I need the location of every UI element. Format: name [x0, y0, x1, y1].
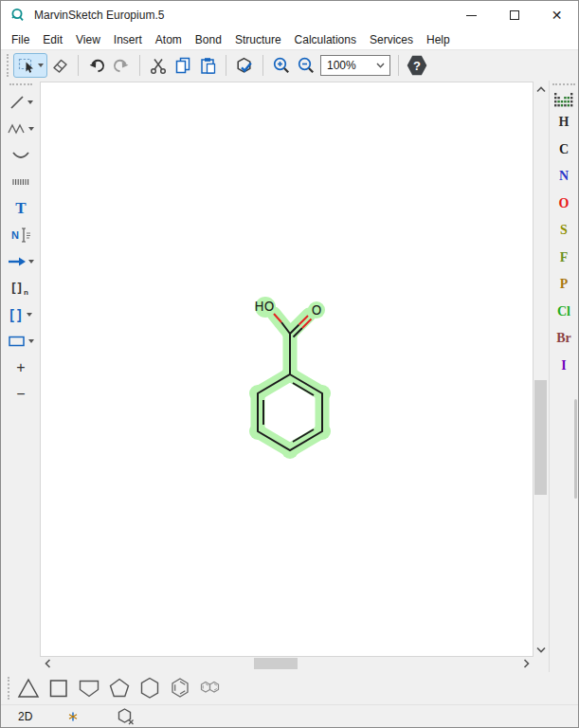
text-cursor-icon — [19, 227, 30, 244]
menu-structure[interactable]: Structure — [228, 30, 288, 49]
decrease-charge-button[interactable]: − — [3, 381, 39, 408]
structure-checker-status[interactable] — [116, 707, 136, 726]
scroll-up-button[interactable] — [534, 82, 548, 96]
close-button[interactable]: ✕ — [535, 1, 578, 29]
bracket-tool-button[interactable]: [] — [3, 301, 39, 328]
template-naphthalene-button[interactable] — [196, 674, 225, 702]
name-import-tool-button[interactable]: N — [3, 222, 39, 248]
menu-atom[interactable]: Atom — [149, 30, 189, 49]
chain-tool-dropdown-icon — [28, 127, 34, 131]
rectangle-graphics-tool-button[interactable] — [3, 328, 39, 355]
menu-edit[interactable]: Edit — [36, 30, 69, 49]
modified-indicator[interactable] — [68, 712, 78, 721]
rectangle-tool-dropdown-icon — [28, 339, 34, 343]
element-i-button[interactable]: I — [550, 353, 578, 380]
increase-charge-button[interactable]: + — [3, 355, 39, 381]
template-cyclobutane-button[interactable] — [45, 674, 73, 702]
element-h-label: H — [559, 115, 570, 130]
undo-button[interactable] — [84, 53, 109, 78]
structure-check-button[interactable] — [232, 53, 257, 78]
paste-button[interactable] — [195, 53, 220, 78]
minus-icon: − — [16, 386, 25, 403]
element-h-button[interactable]: H — [550, 109, 578, 136]
selection-tool-button[interactable] — [13, 53, 47, 78]
element-f-label: F — [560, 250, 569, 265]
help-button[interactable]: ? — [407, 55, 427, 76]
menu-services[interactable]: Services — [363, 30, 420, 49]
element-o-button[interactable]: O — [550, 191, 578, 218]
zoom-level-select[interactable]: 100% — [320, 55, 390, 76]
toolbar-separator — [139, 55, 140, 76]
reaction-arrow-tool-button[interactable] — [3, 248, 39, 275]
element-br-label: Br — [556, 331, 571, 346]
menu-bond[interactable]: Bond — [189, 30, 228, 49]
scroll-left-button[interactable] — [41, 657, 54, 670]
eraser-icon — [50, 56, 69, 75]
drawing-canvas[interactable]: HO O — [41, 82, 533, 656]
menu-calculations[interactable]: Calculations — [288, 30, 363, 49]
help-icon: ? — [413, 59, 421, 73]
eraser-button[interactable] — [47, 53, 72, 78]
carbonyl-oxygen-label: O — [312, 302, 322, 318]
canvas-vertical-scrollbar[interactable] — [534, 82, 548, 656]
marvinsketch-logo-icon — [10, 8, 26, 23]
menu-insert[interactable]: Insert — [107, 30, 149, 49]
zoom-out-button[interactable] — [294, 53, 318, 78]
menu-file[interactable]: File — [5, 30, 36, 49]
repeating-group-tool-button[interactable]: []n — [3, 275, 39, 301]
template-toolbar-grip[interactable] — [8, 677, 11, 700]
canvas-horizontal-scrollbar[interactable] — [41, 657, 533, 670]
element-p-button[interactable]: P — [550, 271, 578, 299]
horizontal-scroll-thumb[interactable] — [254, 658, 298, 669]
chevron-down-icon — [536, 646, 546, 653]
scroll-right-button[interactable] — [519, 657, 533, 670]
multicenter-tool-button[interactable] — [3, 169, 39, 195]
menu-view[interactable]: View — [69, 30, 107, 49]
element-palette: H C N O S F P Cl Br I — [549, 81, 578, 672]
element-palette-scroll-thumb[interactable] — [574, 399, 577, 499]
close-icon: ✕ — [552, 9, 563, 22]
bond-tool-button[interactable] — [3, 89, 39, 116]
status-bar: 2D — [1, 704, 578, 727]
element-c-button[interactable]: C — [550, 136, 578, 164]
maximize-button[interactable] — [493, 1, 535, 29]
template-toolbar — [1, 672, 578, 704]
zoom-in-button[interactable] — [269, 53, 294, 78]
copy-button[interactable] — [171, 53, 195, 78]
element-br-button[interactable]: Br — [550, 325, 578, 353]
arrow-tool-dropdown-icon — [28, 260, 34, 264]
template-cyclopentane-button[interactable] — [105, 674, 134, 702]
element-n-button[interactable]: N — [550, 163, 578, 191]
template-cyclopropane-button[interactable] — [14, 674, 43, 702]
element-s-label: S — [560, 223, 568, 238]
zoom-level-value: 100% — [327, 59, 356, 72]
text-tool-button[interactable]: T — [3, 195, 39, 222]
element-f-button[interactable]: F — [550, 245, 578, 272]
asterisk-icon — [68, 712, 78, 721]
element-palette-grip[interactable] — [552, 83, 575, 87]
menu-help[interactable]: Help — [420, 30, 457, 49]
element-s-button[interactable]: S — [550, 217, 578, 245]
molecule-benzoic-acid[interactable]: HO O — [41, 82, 533, 656]
template-benzene-button[interactable] — [166, 674, 194, 702]
minimize-button[interactable] — [450, 1, 493, 29]
periodic-table-button[interactable] — [554, 93, 573, 107]
left-palette-grip[interactable] — [9, 83, 32, 87]
redo-button[interactable] — [109, 53, 134, 78]
cut-button[interactable] — [146, 53, 171, 78]
dimension-indicator[interactable]: 2D — [18, 710, 32, 723]
element-cl-button[interactable]: Cl — [550, 299, 578, 326]
toolbar-grip[interactable] — [7, 54, 10, 77]
chain-tool-button[interactable] — [3, 116, 39, 142]
arc-tool-button[interactable] — [3, 142, 39, 169]
element-o-label: O — [559, 196, 570, 211]
vertical-scroll-thumb[interactable] — [534, 380, 547, 495]
element-c-label: C — [559, 142, 569, 157]
left-tool-palette: T N []n [] — [1, 81, 41, 672]
chevron-up-icon — [536, 86, 546, 93]
template-shield-ring-button[interactable] — [75, 674, 103, 702]
template-cyclohexane-button[interactable] — [136, 674, 164, 702]
repeat-group-icon: []n — [11, 280, 30, 297]
scroll-down-button[interactable] — [534, 643, 548, 656]
bond-tool-dropdown-icon — [27, 100, 33, 104]
